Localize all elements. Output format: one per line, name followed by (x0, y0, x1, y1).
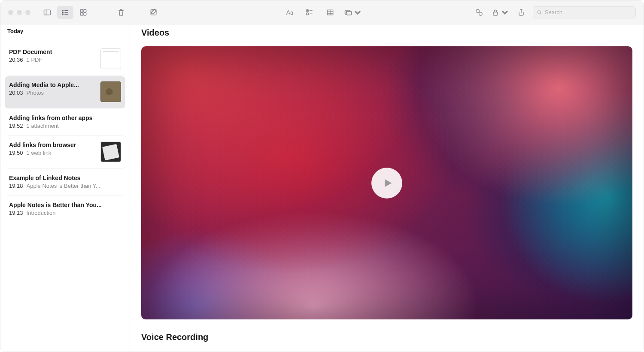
svg-rect-11 (84, 12, 86, 15)
checklist-button[interactable] (301, 6, 318, 19)
chevron-down-icon (353, 8, 362, 17)
delete-note-button[interactable] (113, 6, 129, 19)
share-icon (517, 8, 526, 17)
svg-rect-27 (493, 12, 498, 15)
format-button[interactable] (281, 6, 297, 19)
note-editor[interactable]: Videos Voice Recording (130, 24, 644, 352)
chevron-down-icon (501, 8, 509, 17)
svg-point-26 (479, 12, 483, 15)
trash-icon (117, 8, 125, 17)
checklist-icon (305, 8, 314, 17)
gallery-view-button[interactable] (75, 6, 91, 19)
note-time: 20:36 (9, 57, 23, 63)
note-preview: 1 PDF (27, 57, 96, 63)
video-attachment[interactable] (141, 46, 632, 319)
note-item[interactable]: Adding links from other apps 19:52 1 att… (5, 109, 125, 135)
editor-heading-voice: Voice Recording (141, 332, 632, 342)
svg-point-28 (538, 10, 540, 13)
note-preview: Introduction (27, 210, 121, 216)
note-preview: Apple Notes is Better than Y... (27, 183, 121, 189)
toggle-sidebar-button[interactable] (39, 6, 55, 19)
note-title: Add links from browser (9, 141, 96, 148)
note-thumbnail (100, 81, 121, 102)
list-icon (61, 8, 70, 17)
table-icon (326, 8, 334, 17)
sidebar-header: Today (0, 24, 130, 37)
minimize-window-button[interactable] (17, 10, 22, 15)
close-window-button[interactable] (8, 10, 13, 15)
play-icon (382, 177, 394, 189)
svg-rect-10 (80, 12, 83, 15)
note-item[interactable]: Add links from browser 19:50 1 web link (5, 136, 125, 168)
notes-list: PDF Document 20:36 1 PDF Adding Media to… (0, 37, 130, 222)
search-icon (537, 9, 542, 15)
maximize-window-button[interactable] (25, 10, 30, 15)
sidebar-icon (43, 8, 52, 17)
new-note-button[interactable] (146, 6, 162, 19)
note-item[interactable]: Example of Linked Notes 19:18 Apple Note… (5, 169, 125, 196)
grid-icon (79, 8, 88, 17)
note-title: Apple Notes is Better than You... (9, 202, 121, 208)
svg-point-4 (62, 14, 63, 15)
note-title: Adding Media to Apple... (9, 81, 96, 88)
editor-heading-videos: Videos (141, 28, 632, 38)
note-title: Example of Linked Notes (9, 174, 121, 181)
svg-rect-9 (84, 9, 86, 12)
note-item[interactable]: PDF Document 20:36 1 PDF (5, 43, 125, 75)
toolbar (0, 0, 644, 24)
media-button[interactable] (343, 6, 363, 19)
note-time: 19:50 (9, 150, 23, 156)
lock-icon (491, 8, 500, 17)
note-preview: Photos (27, 90, 96, 96)
share-button[interactable] (513, 6, 529, 19)
svg-line-29 (540, 13, 541, 14)
window-controls (8, 10, 30, 15)
note-time: 19:18 (9, 183, 23, 189)
link-icon (475, 8, 483, 17)
media-icon (344, 8, 352, 17)
search-input[interactable] (545, 9, 632, 15)
note-time: 19:52 (9, 123, 23, 129)
note-item[interactable]: Apple Notes is Better than You... 19:13 … (5, 196, 125, 222)
link-button[interactable] (471, 6, 487, 19)
note-preview: 1 attachment (27, 123, 121, 129)
svg-point-3 (62, 12, 63, 12)
note-time: 19:13 (9, 210, 23, 216)
note-preview: 1 web link (27, 150, 96, 156)
note-title: Adding links from other apps (9, 114, 121, 121)
table-button[interactable] (322, 6, 338, 19)
list-view-button[interactable] (57, 6, 73, 19)
note-item[interactable]: Adding Media to Apple... 20:03 Photos (5, 76, 125, 108)
svg-rect-23 (347, 11, 352, 15)
svg-point-15 (307, 12, 309, 15)
note-thumbnail (100, 141, 121, 162)
svg-rect-0 (44, 10, 51, 15)
format-icon (285, 8, 293, 17)
lock-button[interactable] (491, 6, 510, 19)
svg-point-25 (476, 9, 480, 12)
notes-sidebar: Today PDF Document 20:36 1 PDF Adding Me… (0, 24, 130, 352)
search-box[interactable] (533, 6, 636, 18)
compose-icon (149, 8, 158, 17)
svg-rect-8 (80, 9, 83, 12)
svg-point-2 (62, 10, 63, 11)
note-title: PDF Document (9, 48, 96, 55)
note-thumbnail (100, 48, 121, 69)
note-time: 20:03 (9, 90, 23, 96)
play-button[interactable] (371, 168, 402, 199)
